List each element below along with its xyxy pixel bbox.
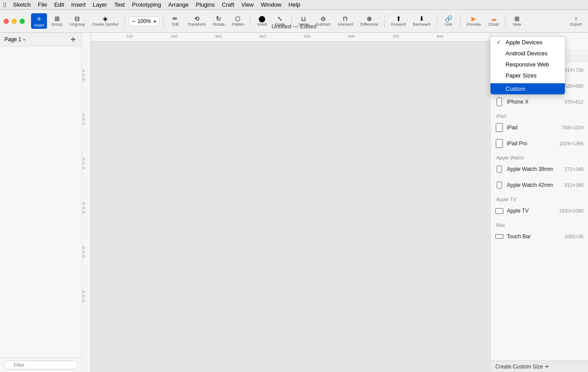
menu-help[interactable]: Help [289, 1, 301, 8]
page-header: Page 1 ▾ [0, 33, 82, 46]
phone-icon [495, 96, 503, 108]
maximize-button[interactable] [20, 19, 25, 24]
zoom-plus[interactable]: + [153, 18, 157, 25]
section-label-mac: Mac [491, 219, 588, 229]
preview-button[interactable]: ▶ Preview [464, 14, 484, 28]
export-button[interactable]: ↑ Export [568, 14, 584, 28]
menu-layer[interactable]: Layer [93, 1, 107, 8]
separator3 [250, 15, 251, 28]
intersect-button[interactable]: ⊓ Intersect [335, 14, 356, 28]
canvas-area[interactable]: 100 200 300 400 500 600 700 800 100 200 … [82, 33, 490, 372]
link-button[interactable]: 🔗 Link [441, 14, 457, 28]
canvas-content[interactable] [91, 42, 490, 372]
menu-arrange[interactable]: Arrange [168, 1, 188, 8]
menu-edit[interactable]: Edit [54, 1, 64, 8]
difference-button[interactable]: ⊕ Difference [357, 14, 381, 28]
filter-input[interactable] [4, 360, 78, 369]
device-name: iPad [507, 124, 558, 131]
transform-button[interactable]: ⟲ Transform [185, 14, 208, 28]
export-icon: ↑ [574, 16, 577, 22]
close-button[interactable] [4, 19, 9, 24]
device-watch42[interactable]: Apple Watch 42mm 312×390 [491, 177, 588, 193]
main-area: Page 1 ▾ 🔍 100 200 300 4 [0, 33, 588, 372]
menubar:  Sketch File Edit Insert Layer Text Pro… [0, 0, 588, 10]
add-icon [70, 36, 76, 43]
ruler-mark-200: 200 [171, 34, 177, 39]
device-name: Apple Watch 42mm [507, 182, 561, 188]
menu-sketch[interactable]: Sketch [13, 1, 31, 8]
device-size: 1085×30 [564, 234, 584, 239]
view-icon: ⊞ [514, 16, 520, 22]
backward-button[interactable]: ⬇ Backward [410, 14, 433, 28]
cloud-icon: ☁ [490, 16, 497, 22]
device-name: Apple Watch 38mm [507, 166, 561, 172]
union-icon: ⊔ [301, 16, 306, 22]
zoom-minus[interactable]: − [132, 18, 135, 25]
menu-plugins[interactable]: Plugins [196, 1, 215, 8]
device-ipad[interactable]: iPad 768×1024 [491, 120, 588, 136]
device-size: 768×1024 [562, 125, 584, 130]
group-icon: ⊞ [55, 16, 60, 22]
toolbar: ＋ Insert ⊞ Group ⊟ Ungroup ◈ Create Symb… [0, 10, 588, 33]
dropdown-apple-devices[interactable]: ✓ Apple Devices [490, 37, 565, 48]
insert-button[interactable]: ＋ Insert [31, 13, 47, 29]
ruler-mark-600: 600 [348, 34, 355, 39]
rotate-icon: ↻ [216, 16, 221, 22]
ruler-mark-400: 400 [259, 34, 266, 39]
menu-prototyping[interactable]: Prototyping [132, 1, 161, 8]
device-appletv[interactable]: Apple TV 1920×1080 [491, 203, 588, 219]
document-title: Untitled — Edited [271, 23, 316, 30]
device-iphonex[interactable]: iPhone X 375×812 [491, 94, 588, 110]
apple-menu[interactable]:  [4, 1, 6, 8]
page-label: Page 1 [4, 36, 21, 43]
minimize-button[interactable] [12, 19, 17, 24]
link-icon: 🔗 [445, 16, 452, 22]
forward-button[interactable]: ⬆ Forward [388, 14, 408, 28]
separator [125, 15, 125, 28]
edit-icon: ✏ [172, 16, 178, 22]
menu-view[interactable]: View [241, 1, 254, 8]
page-arrow-icon: ▾ [23, 37, 25, 42]
menu-window[interactable]: Window [261, 1, 281, 8]
device-list: 375×667 iPhone 8 Plus 414×736 iPhone SE … [491, 51, 588, 360]
ruler-vmark-400: 400 [82, 201, 85, 214]
group-button[interactable]: ⊞ Group [49, 14, 65, 28]
device-touchbar[interactable]: Touch Bar 1085×30 [491, 229, 588, 244]
dropdown-custom[interactable]: Custom [490, 83, 565, 94]
ruler-mark-100: 100 [126, 34, 133, 39]
create-custom-label: Create Custom Size [495, 364, 543, 370]
intersect-icon: ⊓ [343, 16, 348, 22]
ungroup-button[interactable]: ⊟ Ungroup [67, 14, 88, 28]
difference-icon: ⊕ [367, 16, 372, 22]
menu-craft[interactable]: Craft [222, 1, 234, 8]
mask-icon: ⬤ [259, 16, 266, 22]
flatten-button[interactable]: ⬡ Flatten [229, 14, 247, 28]
dropdown-android-devices[interactable]: Android Devices [490, 48, 565, 59]
cloud-button[interactable]: ☁ Cloud [486, 14, 502, 28]
menu-text[interactable]: Text [114, 1, 125, 8]
bottom-bar: Create Custom Size + [491, 360, 588, 372]
symbol-icon: ◈ [103, 16, 108, 22]
edit-button[interactable]: ✏ Edit [167, 14, 183, 28]
watch-icon-wrap [495, 163, 503, 175]
tablet-icon-wrap [495, 122, 503, 133]
rotate-button[interactable]: ↻ Rotate [210, 14, 227, 28]
section-label-appletv: Apple TV [491, 193, 588, 203]
zoom-control[interactable]: − 100% + [129, 16, 160, 26]
menu-insert[interactable]: Insert [71, 1, 86, 8]
dropdown-responsive-web[interactable]: Responsive Web [490, 59, 565, 70]
dropdown-paper-sizes[interactable]: Paper Sizes [490, 70, 565, 81]
device-watch38[interactable]: Apple Watch 38mm 272×340 [491, 161, 588, 177]
add-page-button[interactable] [69, 35, 77, 43]
mask-button[interactable]: ⬤ Mask [254, 14, 270, 28]
plus-icon: + [545, 363, 549, 371]
view-button[interactable]: ⊞ View [509, 14, 525, 28]
device-ipadpro[interactable]: iPad Pro 1024×1366 [491, 136, 588, 151]
backward-icon: ⬇ [419, 16, 424, 22]
left-sidebar: Page 1 ▾ 🔍 [0, 33, 82, 372]
separator5 [384, 15, 385, 28]
menu-file[interactable]: File [38, 1, 47, 8]
create-custom-size-button[interactable]: Create Custom Size + [495, 363, 549, 371]
create-symbol-button[interactable]: ◈ Create Symbol [90, 14, 122, 28]
ruler-vmark-100: 100 [82, 68, 85, 81]
